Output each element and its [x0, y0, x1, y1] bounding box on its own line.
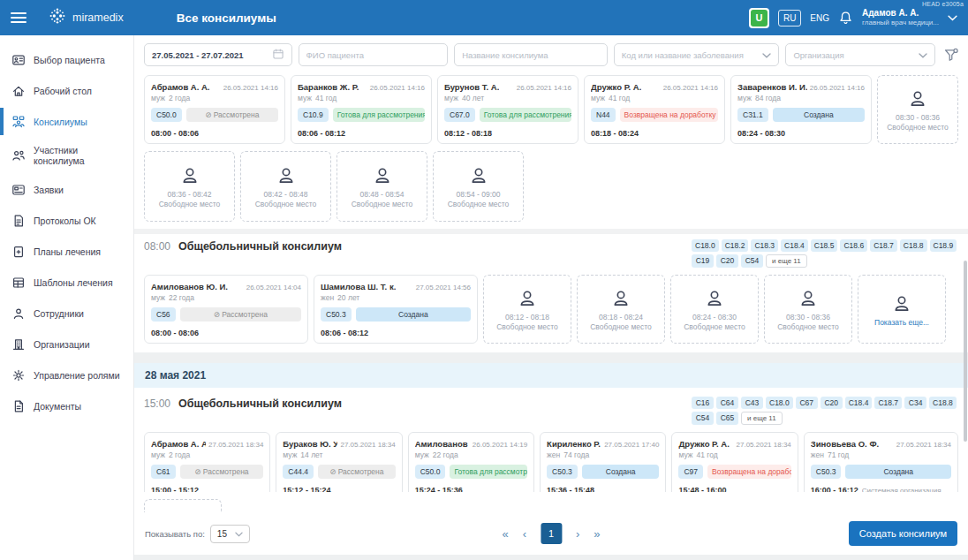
organization-filter-select[interactable]: Организация — [785, 43, 935, 66]
pagination-next-button[interactable]: › — [576, 527, 579, 541]
patient-age: 22 года — [169, 293, 194, 302]
cards-row: Абрамов А. А.26.05.2021 14:16муж2 годаC5… — [144, 75, 958, 144]
patient-card[interactable]: Кириленко Р. Е.27.05.2021 17:40жен74 год… — [540, 432, 666, 492]
patient-card[interactable]: Дружко Р. А.27.05.2021 18:34муж41 годC97… — [671, 432, 798, 492]
sidebar-item-participants[interactable]: Участники консилиума — [0, 137, 133, 174]
free-slot-card[interactable]: 08:18 - 08:24Свободное место — [577, 275, 665, 344]
free-slot-card[interactable]: 08:42 - 08:48Свободное место — [240, 151, 331, 222]
sidebar-item-treatment-plans[interactable]: Планы лечения — [0, 236, 133, 267]
sidebar-item-role-management[interactable]: Управление ролями — [0, 359, 133, 390]
diagnosis-code-chip[interactable]: N44 — [591, 108, 616, 122]
lang-ru-button[interactable]: RU — [778, 10, 801, 26]
pagination-first-button[interactable]: « — [502, 527, 508, 541]
disease-code-chip[interactable]: C18.4 — [845, 397, 873, 409]
sidebar-item-treatment-templates[interactable]: Шаблоны лечения — [0, 267, 133, 298]
disease-code-chip[interactable]: C64 — [716, 397, 738, 409]
hamburger-menu-icon[interactable] — [11, 12, 26, 23]
pagination-prev-button[interactable]: ‹ — [523, 527, 526, 541]
disease-code-chip[interactable]: C34 — [904, 397, 926, 409]
user-menu-chevron-down-icon[interactable] — [948, 15, 957, 21]
lang-eng-button[interactable]: ENG — [810, 13, 829, 23]
disease-code-chip[interactable]: C20 — [716, 254, 738, 268]
pagination-current-page[interactable]: 1 — [541, 523, 562, 544]
show-more-card[interactable]: Показать еще... — [858, 275, 946, 344]
sidebar-item-desktop[interactable]: Рабочий стол — [0, 75, 133, 106]
free-slot-card-partial[interactable] — [144, 499, 222, 512]
create-consilium-button[interactable]: Создать консилиум — [849, 521, 957, 546]
disease-code-chip[interactable]: C65 — [716, 412, 738, 425]
free-slot-label: Свободное место — [159, 200, 221, 208]
disease-code-chip[interactable]: C19 — [692, 254, 714, 268]
user-menu[interactable]: Адамов А. А. главный врач медици... — [862, 8, 939, 28]
disease-code-chip[interactable]: C18.4 — [781, 239, 808, 252]
pagination-last-button[interactable]: » — [594, 527, 600, 541]
sidebar-item-consiliums[interactable]: Консилиумы — [0, 106, 133, 137]
diagnosis-code-chip[interactable]: C67.0 — [444, 108, 475, 122]
patient-card[interactable]: Шамилова Ш. Т. к.27.05.2021 14:56жен20 л… — [314, 275, 478, 344]
patient-card[interactable]: Дружко Р. А.26.05.2021 14:16муж41 годN44… — [584, 75, 725, 144]
disease-code-chip[interactable]: C18.8 — [900, 239, 927, 252]
disease-code-chip[interactable]: C18.0 — [766, 397, 793, 409]
patient-card[interactable]: Заваренков И. И.26.05.2021 14:16муж84 го… — [730, 75, 872, 144]
sidebar-item-protocols[interactable]: Протоколы ОК — [0, 205, 133, 236]
consilium-name-filter-input[interactable] — [454, 43, 608, 66]
sidebar-item-documents[interactable]: Документы — [0, 390, 133, 421]
free-slot-card[interactable]: 08:48 - 08:54Свободное место — [337, 151, 427, 222]
patient-card[interactable]: Зиновьева О. Ф.27.05.2021 18:34жен71 год… — [804, 432, 958, 492]
patient-card[interactable]: Амилованов Ю. И.26.05.2021 14:19муж22 го… — [408, 432, 534, 492]
diagnosis-code-chip[interactable]: C50.3 — [321, 307, 352, 322]
sidebar-item-patient-select[interactable]: Выбор пациента — [0, 44, 133, 75]
scrollbar-thumb[interactable] — [964, 261, 967, 442]
patient-card[interactable]: Бурунов Т. А.26.05.2021 14:16муж40 летC6… — [437, 75, 579, 144]
u-app-badge[interactable]: U — [749, 8, 769, 28]
notifications-bell-icon[interactable] — [838, 11, 853, 26]
patient-name-filter-input[interactable] — [299, 43, 449, 66]
date-range-filter[interactable]: 27.05.2021 - 27.07.2021 — [144, 43, 292, 66]
app-logo[interactable]: miramedix — [48, 6, 124, 29]
disease-code-chip[interactable]: C20 — [821, 397, 843, 409]
diagnosis-code-chip[interactable]: C97 — [678, 465, 703, 479]
diagnosis-code-chip[interactable]: C61 — [151, 465, 176, 479]
disease-code-chip[interactable]: C18.7 — [874, 397, 902, 409]
diagnosis-code-chip[interactable]: C50.0 — [151, 108, 182, 122]
disease-code-chip[interactable]: C16 — [692, 397, 714, 409]
patient-card[interactable]: Абрамов А. А.27.05.2021 18:34муж2 годаC6… — [144, 432, 270, 492]
diagnosis-code-chip[interactable]: C50.3 — [547, 465, 578, 479]
diagnosis-code-chip[interactable]: C50.0 — [415, 465, 446, 479]
disease-code-chip[interactable]: C18.3 — [751, 239, 778, 252]
disease-code-chip[interactable]: C18.9 — [930, 239, 957, 252]
disease-code-chip[interactable]: C67 — [796, 397, 818, 409]
patient-card[interactable]: Баранков Ж. Р.26.05.2021 14:16муж41 годC… — [291, 75, 432, 144]
more-codes-chip[interactable]: и еще 11 — [741, 412, 783, 425]
disease-filter-select[interactable]: Код или название заболевания — [614, 43, 780, 66]
disease-code-chip[interactable]: C18.7 — [870, 239, 897, 252]
patient-card[interactable]: Амилованов Ю. И.26.05.2021 14:04муж22 го… — [144, 275, 308, 344]
disease-code-chip[interactable]: C18.6 — [840, 239, 867, 252]
disease-code-chip[interactable]: C18.0 — [692, 239, 719, 252]
disease-code-chip[interactable]: C18.5 — [811, 239, 838, 252]
diagnosis-code-chip[interactable]: C10.9 — [298, 108, 329, 122]
filter-funnel-icon[interactable] — [943, 48, 958, 63]
free-slot-card[interactable]: 08:24 - 08:30Свободное место — [670, 275, 759, 344]
sidebar-item-organizations[interactable]: Организации — [0, 329, 133, 359]
page-size-select[interactable]: 15 — [210, 525, 250, 543]
diagnosis-code-chip[interactable]: C50.3 — [811, 465, 842, 479]
disease-code-chip[interactable]: C54 — [741, 254, 763, 268]
patient-card[interactable]: Абрамов А. А.26.05.2021 14:16муж2 годаC5… — [144, 75, 285, 144]
disease-code-chip[interactable]: C18.8 — [929, 397, 957, 409]
diagnosis-code-chip[interactable]: C56 — [151, 307, 176, 322]
diagnosis-code-chip[interactable]: C44.4 — [283, 465, 314, 479]
sidebar-item-requests[interactable]: Заявки — [0, 174, 133, 205]
patient-card[interactable]: Бураков Ю. У.27.05.2021 18:34муж14 летC4… — [276, 432, 402, 492]
disease-code-chip[interactable]: C18.2 — [722, 239, 749, 252]
disease-code-chip[interactable]: C54 — [692, 412, 714, 425]
free-slot-card[interactable]: 08:12 - 08:18Свободное место — [483, 275, 571, 344]
free-slot-card[interactable]: 08:54 - 09:00Свободное место — [433, 151, 524, 222]
diagnosis-code-chip[interactable]: C31.1 — [737, 108, 768, 122]
disease-code-chip[interactable]: C43 — [741, 397, 763, 409]
free-slot-card[interactable]: 08:36 - 08:42Свободное место — [144, 151, 235, 222]
free-slot-card[interactable]: 08:30 - 08:36Свободное место — [877, 75, 958, 144]
sidebar-item-employees[interactable]: Сотрудники — [0, 298, 133, 329]
more-codes-chip[interactable]: и еще 11 — [766, 254, 807, 268]
free-slot-card[interactable]: 08:30 - 08:36Свободное место — [764, 275, 852, 344]
